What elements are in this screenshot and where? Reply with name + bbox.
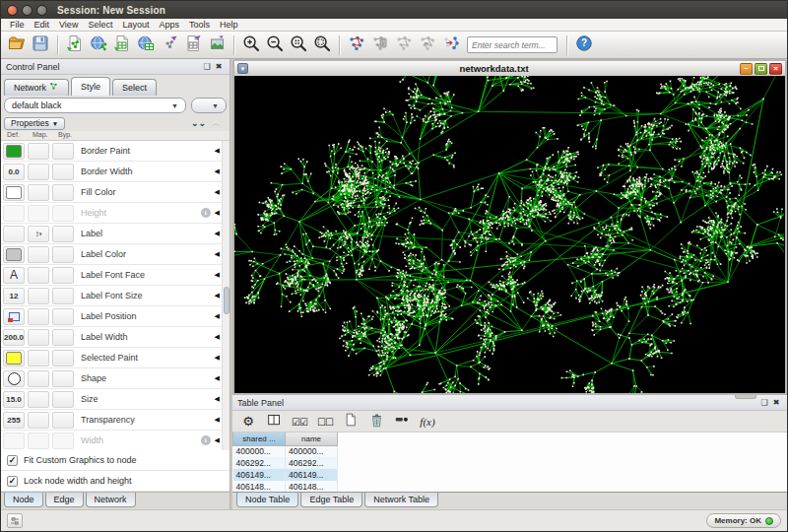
zoom-out-button[interactable] [263, 33, 287, 57]
table-cell[interactable]: 400000... [233, 445, 286, 457]
float-panel-icon[interactable]: ❑ [758, 398, 770, 408]
frame-minimize-button[interactable]: − [740, 63, 753, 75]
tab-node[interactable]: Node [4, 493, 43, 507]
window-maximize-button[interactable] [36, 5, 47, 16]
menu-file[interactable]: File [5, 20, 30, 30]
help-button[interactable]: ? [572, 33, 596, 57]
apply-layout-button[interactable] [345, 33, 368, 57]
property-row-label[interactable]: ↕›Label◀ [1, 224, 230, 244]
bypass-cell[interactable] [52, 432, 74, 449]
import-network-file-button[interactable] [63, 33, 87, 57]
column-header-name[interactable]: name [286, 432, 338, 445]
default-value-cell[interactable] [3, 226, 25, 242]
layout-tool-3-button[interactable] [416, 33, 439, 57]
expand-row-icon[interactable]: ◀ [215, 292, 220, 299]
table-row[interactable]: 400000...400000... [233, 445, 338, 457]
mapping-cell[interactable] [28, 412, 49, 429]
zoom-in-button[interactable] [239, 33, 263, 57]
mapping-cell[interactable] [28, 329, 49, 346]
properties-scrollbar[interactable] [222, 141, 230, 450]
close-panel-icon[interactable]: ✖ [770, 398, 782, 408]
bypass-cell[interactable] [52, 246, 74, 263]
open-session-button[interactable] [5, 33, 29, 57]
mapping-cell[interactable] [28, 205, 49, 222]
menu-apps[interactable]: Apps [154, 20, 184, 30]
property-row-selected-paint[interactable]: Selected Paint◀ [1, 348, 230, 368]
table-row[interactable]: 406292...406292... [233, 457, 338, 469]
frame-maximize-button[interactable] [755, 63, 767, 75]
property-row-label-position[interactable]: Label Position◀ [1, 306, 230, 327]
table-cell[interactable]: 406149... [233, 469, 286, 481]
new-column-button[interactable] [343, 413, 359, 431]
table-columns-button[interactable] [266, 413, 282, 431]
table-cell[interactable]: 406292... [286, 457, 338, 469]
layout-tool-1-button[interactable] [368, 33, 392, 57]
menu-tools[interactable]: Tools [184, 20, 215, 30]
default-value-cell[interactable]: 15.0 [3, 391, 25, 408]
tab-network-table[interactable]: Network Table [364, 493, 438, 507]
splitter-handle[interactable] [735, 395, 756, 399]
table-row[interactable]: 406149...406149... [233, 469, 338, 481]
expand-row-icon[interactable]: ◀ [215, 209, 220, 217]
import-table-file-button[interactable] [110, 33, 134, 57]
network-canvas[interactable] [234, 76, 785, 393]
tab-select[interactable]: Select [112, 79, 157, 96]
property-row-size[interactable]: 15.0Size◀ [1, 389, 230, 410]
column-header-shared[interactable]: shared ... [233, 432, 286, 445]
bypass-cell[interactable] [52, 370, 74, 387]
zoom-fit-button[interactable] [287, 33, 310, 57]
mapping-cell[interactable] [28, 370, 49, 387]
export-network-button[interactable] [158, 33, 181, 57]
layout-tool-2-button[interactable] [392, 33, 416, 57]
frame-menu-icon[interactable]: ▼ [237, 63, 248, 74]
property-row-label-font-face[interactable]: ALabel Font Face◀ [1, 265, 230, 286]
checkbox[interactable]: ✓ [7, 455, 18, 466]
table-cell[interactable]: 406148... [286, 481, 338, 493]
property-row-label-width[interactable]: 200.0Label Width◀ [1, 327, 230, 348]
mapping-cell[interactable] [28, 308, 49, 325]
style-options-dropdown[interactable]: ▼ [191, 98, 227, 113]
export-table-button[interactable] [181, 33, 205, 57]
mapping-cell[interactable] [28, 246, 49, 263]
bypass-cell[interactable] [52, 226, 74, 242]
expand-row-icon[interactable]: ◀ [215, 230, 220, 237]
mapping-cell[interactable] [28, 432, 49, 449]
expand-row-icon[interactable]: ◀ [215, 374, 220, 382]
default-value-cell[interactable] [3, 205, 25, 222]
window-minimize-button[interactable] [22, 5, 33, 16]
table-cell[interactable]: 406148... [233, 481, 286, 493]
bypass-cell[interactable] [52, 329, 74, 346]
default-value-cell[interactable] [3, 184, 25, 201]
menu-edit[interactable]: Edit [30, 20, 55, 30]
bypass-cell[interactable] [52, 288, 74, 304]
expand-row-icon[interactable]: ◀ [215, 271, 220, 279]
property-row-label-color[interactable]: Label Color◀ [1, 244, 230, 265]
search-input[interactable] [467, 36, 558, 53]
expand-row-icon[interactable]: ◀ [215, 395, 220, 403]
property-row-border-width[interactable]: 0.0Border Width◀ [1, 162, 230, 182]
memory-status-button[interactable]: Memory: OK [706, 513, 781, 528]
function-builder-button[interactable]: f(x) [420, 413, 435, 431]
bypass-cell[interactable] [52, 143, 74, 160]
bypass-cell[interactable] [52, 350, 74, 366]
mapping-cell[interactable] [28, 143, 49, 160]
expand-row-icon[interactable]: ◀ [215, 312, 220, 320]
menu-help[interactable]: Help [215, 20, 243, 30]
tab-edge[interactable]: Edge [45, 493, 84, 507]
mapping-cell[interactable] [28, 267, 49, 284]
close-panel-icon[interactable]: ✖ [213, 62, 225, 72]
table-cell[interactable]: 400000... [286, 445, 338, 457]
properties-menu-button[interactable]: Properties ▼ [4, 117, 65, 130]
expand-row-icon[interactable]: ◀ [215, 416, 220, 424]
table-settings-button[interactable]: ⚙ [240, 413, 256, 431]
default-value-cell[interactable] [3, 370, 25, 387]
menu-view[interactable]: View [54, 20, 83, 30]
select-all-button[interactable]: ☑☑ [292, 413, 307, 431]
default-value-cell[interactable]: 12 [3, 288, 25, 304]
property-row-width[interactable]: Widthi◀ [1, 431, 230, 450]
expand-row-icon[interactable]: ◀ [215, 333, 220, 341]
bypass-cell[interactable] [52, 267, 74, 284]
expand-row-icon[interactable]: ◀ [215, 188, 220, 196]
menu-layout[interactable]: Layout [117, 20, 154, 30]
property-row-fill-color[interactable]: Fill Color◀ [1, 182, 230, 203]
